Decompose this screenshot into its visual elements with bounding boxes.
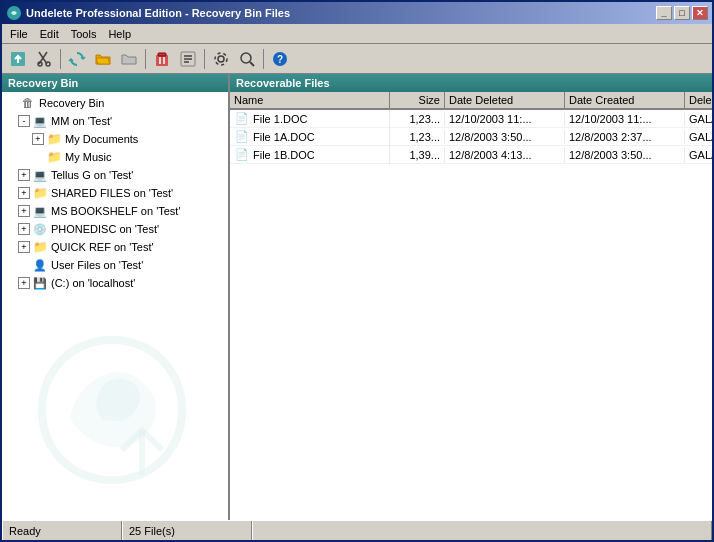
svg-point-15: [218, 56, 224, 62]
file-cell-date-created: 12/8/2003 3:50...: [565, 148, 685, 162]
doc-icon: 📄: [234, 111, 250, 127]
right-panel: Recoverable Files Name Size Date Deleted…: [230, 74, 712, 520]
folder-mymusic-icon: 📁: [46, 149, 62, 165]
file-row[interactable]: 📄File 1B.DOC 1,39... 12/8/2003 4:13... 1…: [230, 146, 712, 164]
col-header-deleted-by[interactable]: Dele...: [685, 92, 712, 108]
minimize-button[interactable]: _: [656, 6, 672, 20]
maximize-button[interactable]: □: [674, 6, 690, 20]
main-content: Recovery Bin 🗑 Recovery Bin - 💻 MM on 'T…: [2, 74, 712, 520]
toolbar-separator-1: [60, 49, 61, 69]
folder-open-tool-button[interactable]: [91, 47, 115, 71]
expand-cdrive-icon[interactable]: +: [18, 277, 30, 289]
tree-item-mymusic[interactable]: 📁 My Music: [4, 148, 226, 166]
left-panel-header: Recovery Bin: [2, 74, 228, 92]
toolbar-separator-3: [204, 49, 205, 69]
close-button[interactable]: ✕: [692, 6, 708, 20]
delete-tool-button[interactable]: [150, 47, 174, 71]
menu-file[interactable]: File: [4, 26, 34, 42]
menu-help[interactable]: Help: [102, 26, 137, 42]
tree-label-mymusic: My Music: [65, 151, 111, 163]
help-tool-button[interactable]: ?: [268, 47, 292, 71]
computer-tellus-icon: 💻: [32, 167, 48, 183]
menu-edit[interactable]: Edit: [34, 26, 65, 42]
tree-item-quickref[interactable]: + 📁 QUICK REF on 'Test': [4, 238, 226, 256]
col-header-date-deleted[interactable]: Date Deleted: [445, 92, 565, 108]
app-icon: [6, 5, 22, 21]
toolbar-separator-4: [263, 49, 264, 69]
tree-item-shared[interactable]: + 📁 SHARED FILES on 'Test': [4, 184, 226, 202]
search-tool-button[interactable]: [235, 47, 259, 71]
svg-text:?: ?: [277, 54, 283, 65]
svg-point-17: [241, 53, 251, 63]
tree-view[interactable]: 🗑 Recovery Bin - 💻 MM on 'Test' + 📁 My D…: [2, 92, 228, 520]
tree-label-phonedisc: PHONEDISC on 'Test': [51, 223, 159, 235]
svg-rect-7: [156, 55, 168, 66]
window-controls: _ □ ✕: [656, 6, 708, 20]
tree-label-tellus: Tellus G on 'Test': [51, 169, 133, 181]
tree-label-bookshelf: MS BOOKSHELF on 'Test': [51, 205, 181, 217]
menu-tools[interactable]: Tools: [65, 26, 103, 42]
tree-item-tellus[interactable]: + 💻 Tellus G on 'Test': [4, 166, 226, 184]
folder-mydocs-icon: 📁: [46, 131, 62, 147]
file-cell-date-deleted: 12/8/2003 3:50...: [445, 130, 565, 144]
properties-tool-button[interactable]: [176, 47, 200, 71]
tree-item-userfiles[interactable]: 👤 User Files on 'Test': [4, 256, 226, 274]
tree-label-mm: MM on 'Test': [51, 115, 112, 127]
expand-quickref-icon[interactable]: +: [18, 241, 30, 253]
recovery-bin-icon: 🗑: [20, 95, 36, 111]
drive-icon: 💾: [32, 275, 48, 291]
file-rows-container: 📄File 1.DOC 1,23... 12/10/2003 11:... 12…: [230, 110, 712, 164]
left-panel: Recovery Bin 🗑 Recovery Bin - 💻 MM on 'T…: [2, 74, 230, 520]
file-row[interactable]: 📄File 1.DOC 1,23... 12/10/2003 11:... 12…: [230, 110, 712, 128]
expand-bookshelf-icon[interactable]: +: [18, 205, 30, 217]
back-tool-button[interactable]: [117, 47, 141, 71]
file-cell-date-deleted: 12/10/2003 11:...: [445, 112, 565, 126]
doc-icon: 📄: [234, 129, 250, 145]
menu-bar: File Edit Tools Help: [2, 24, 712, 44]
file-cell-date-created: 12/8/2003 2:37...: [565, 130, 685, 144]
window-title: Undelete Professional Edition - Recovery…: [26, 7, 656, 19]
folder-shared-icon: 📁: [32, 185, 48, 201]
tree-label-cdrive: (C:) on 'localhost': [51, 277, 135, 289]
undelete-tool-button[interactable]: [6, 47, 30, 71]
computer-bookshelf-icon: 💻: [32, 203, 48, 219]
file-cell-date-created: 12/10/2003 11:...: [565, 112, 685, 126]
refresh-tool-button[interactable]: [65, 47, 89, 71]
file-cell-name: 📄File 1A.DOC: [230, 128, 390, 146]
col-header-date-created[interactable]: Date Created: [565, 92, 685, 108]
tree-item-mm[interactable]: - 💻 MM on 'Test': [4, 112, 226, 130]
tree-item-root[interactable]: 🗑 Recovery Bin: [4, 94, 226, 112]
col-header-size[interactable]: Size: [390, 92, 445, 108]
file-cell-deleted-by: GALA...: [685, 112, 712, 126]
file-cell-date-deleted: 12/8/2003 4:13...: [445, 148, 565, 162]
tree-item-bookshelf[interactable]: + 💻 MS BOOKSHELF on 'Test': [4, 202, 226, 220]
svg-line-18: [250, 62, 254, 66]
disc-phonedisc-icon: 💿: [32, 221, 48, 237]
settings-tool-button[interactable]: [209, 47, 233, 71]
file-cell-deleted-by: GALA...: [685, 148, 712, 162]
expand-placeholder-user: [18, 259, 30, 271]
file-cell-deleted-by: GALA...: [685, 130, 712, 144]
file-list[interactable]: Name Size Date Deleted Date Created Dele…: [230, 92, 712, 520]
expand-mm-icon[interactable]: -: [18, 115, 30, 127]
file-row[interactable]: 📄File 1A.DOC 1,23... 12/8/2003 3:50... 1…: [230, 128, 712, 146]
col-header-name[interactable]: Name: [230, 92, 390, 108]
expand-shared-icon[interactable]: +: [18, 187, 30, 199]
cut-tool-button[interactable]: [32, 47, 56, 71]
tree-label-userfiles: User Files on 'Test': [51, 259, 143, 271]
expand-phonedisc-icon[interactable]: +: [18, 223, 30, 235]
tree-item-cdrive[interactable]: + 💾 (C:) on 'localhost': [4, 274, 226, 292]
expand-mydocs-icon[interactable]: +: [32, 133, 44, 145]
file-cell-size: 1,39...: [390, 148, 445, 162]
doc-icon: 📄: [234, 147, 250, 163]
file-cell-name: 📄File 1.DOC: [230, 110, 390, 128]
tree-item-phonedisc[interactable]: + 💿 PHONEDISC on 'Test': [4, 220, 226, 238]
toolbar-separator-2: [145, 49, 146, 69]
svg-point-16: [215, 53, 227, 65]
file-list-header: Name Size Date Deleted Date Created Dele…: [230, 92, 712, 110]
tree-item-mydocs[interactable]: + 📁 My Documents: [4, 130, 226, 148]
tree-label-shared: SHARED FILES on 'Test': [51, 187, 173, 199]
tree-label-mydocs: My Documents: [65, 133, 138, 145]
expand-tellus-icon[interactable]: +: [18, 169, 30, 181]
expand-placeholder: [6, 97, 18, 109]
